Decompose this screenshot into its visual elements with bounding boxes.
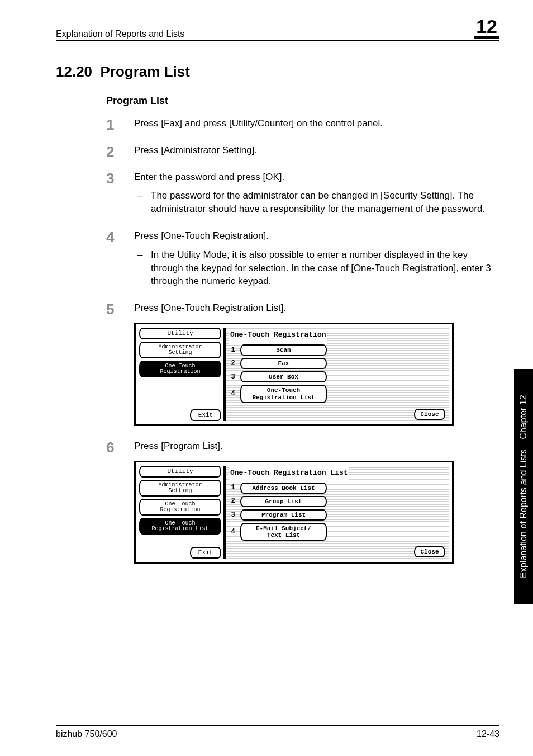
scan-button[interactable]: Scan <box>240 344 327 356</box>
panel1-main: One-Touch Registration 1 Scan 2 Fax 3 Us <box>226 328 449 421</box>
menu-row: 2 Fax <box>229 358 445 369</box>
step-4: Press [One-Touch Registration]. In the U… <box>106 229 499 288</box>
menu-row: 3 User Box <box>229 371 445 382</box>
menu-num: 4 <box>229 389 237 399</box>
menu-row: 3 Program List <box>229 509 445 521</box>
footer-right: 12-43 <box>477 729 499 739</box>
step-3: Enter the password and press [OK]. The p… <box>106 171 499 216</box>
step-2: Press [Administrator Setting]. <box>106 144 499 157</box>
program-list-button[interactable]: Program List <box>240 509 327 521</box>
steps-list: Press [Fax] and press [Utility/Counter] … <box>106 117 499 564</box>
utility-panel-2: Utility Administrator Setting One-Touch … <box>134 461 454 564</box>
panel1-sidebar: Utility Administrator Setting One-Touch … <box>139 328 226 421</box>
administrator-setting-button[interactable]: Administrator Setting <box>139 480 221 497</box>
fax-button[interactable]: Fax <box>240 358 327 369</box>
running-header: Explanation of Reports and Lists <box>56 29 184 39</box>
side-tab: Explanation of Reports and Lists Chapter… <box>514 369 533 604</box>
utility-panel-1: Utility Administrator Setting One-Touch … <box>134 323 454 426</box>
step-text: Press [One-Touch Registration List]. <box>134 303 286 313</box>
user-box-button[interactable]: User Box <box>240 371 327 382</box>
menu-row: 1 Scan <box>229 344 445 356</box>
section-number: 12.20 <box>56 63 92 80</box>
menu-num: 3 <box>229 511 237 520</box>
header: Explanation of Reports and Lists 12 <box>56 17 499 41</box>
menu-row: 4 E-Mail Subject/ Text List <box>229 523 445 541</box>
chapter-badge: 12 <box>474 17 499 39</box>
step-text: Press [One-Touch Registration]. <box>134 230 269 241</box>
close-button[interactable]: Close <box>414 546 445 557</box>
utility-button[interactable]: Utility <box>139 328 221 339</box>
one-touch-registration-list-button[interactable]: One-Touch Registration List <box>139 518 221 535</box>
page: Explanation of Reports and Lists 12 12.2… <box>0 0 533 756</box>
subsection-title: Program List <box>106 95 499 107</box>
step-text: Press [Fax] and press [Utility/Counter] … <box>134 118 383 129</box>
menu-num: 1 <box>229 346 237 355</box>
menu-num: 4 <box>229 527 237 537</box>
email-subject-text-list-button[interactable]: E-Mail Subject/ Text List <box>240 523 327 541</box>
step-1: Press [Fax] and press [Utility/Counter] … <box>106 117 499 130</box>
group-list-button[interactable]: Group List <box>240 496 327 507</box>
menu-row: 2 Group List <box>229 496 445 507</box>
exit-button[interactable]: Exit <box>190 547 221 559</box>
section-title: 12.20 Program List <box>56 63 499 81</box>
menu-num: 2 <box>229 359 237 368</box>
step-6: Press [Program List]. Utility Administra… <box>106 440 499 564</box>
menu-num: 1 <box>229 483 237 493</box>
section-name: Program List <box>101 63 190 80</box>
menu-row: 4 One-Touch Registration List <box>229 385 445 403</box>
footer: bizhub 750/600 12-43 <box>56 725 499 739</box>
step-4-note: In the Utility Mode, it is also possible… <box>134 248 499 288</box>
close-button[interactable]: Close <box>414 409 445 420</box>
step-text: Press [Program List]. <box>134 441 223 451</box>
one-touch-registration-list-button[interactable]: One-Touch Registration List <box>240 385 327 403</box>
administrator-setting-button[interactable]: Administrator Setting <box>139 342 221 358</box>
step-text: Press [Administrator Setting]. <box>134 145 257 155</box>
menu-num: 3 <box>229 372 237 382</box>
one-touch-registration-button[interactable]: One-Touch Registration <box>139 361 221 377</box>
step-3-note: The password for the administrator can b… <box>134 189 499 216</box>
one-touch-registration-button[interactable]: One-Touch Registration <box>139 499 221 516</box>
exit-button[interactable]: Exit <box>190 409 221 421</box>
side-tab-text: Explanation of Reports and Lists Chapter… <box>518 395 529 578</box>
panel2-main: One-Touch Registration List 1 Address Bo… <box>226 466 449 559</box>
menu-row: 1 Address Book List <box>229 483 445 494</box>
address-book-list-button[interactable]: Address Book List <box>240 483 327 494</box>
utility-button[interactable]: Utility <box>139 466 221 478</box>
panel1-title: One-Touch Registration <box>229 329 327 344</box>
panel2-title: One-Touch Registration List <box>229 467 349 483</box>
step-text: Enter the password and press [OK]. <box>134 172 284 182</box>
menu-num: 2 <box>229 497 237 506</box>
panel2-sidebar: Utility Administrator Setting One-Touch … <box>139 466 226 559</box>
footer-left: bizhub 750/600 <box>56 729 117 739</box>
step-5: Press [One-Touch Registration List]. Uti… <box>106 301 499 426</box>
